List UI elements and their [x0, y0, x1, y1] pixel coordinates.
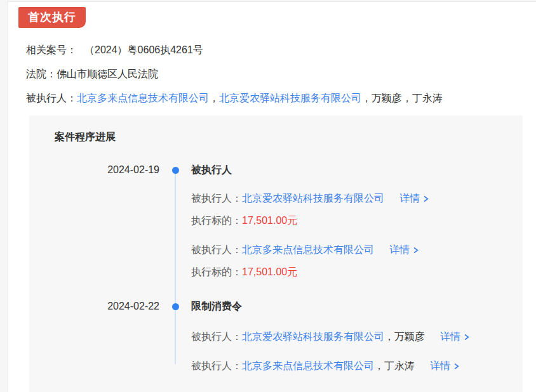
case-number-label: 相关案号： [26, 44, 77, 55]
chevron-right-icon [412, 246, 420, 254]
detail-link[interactable]: 详情 [430, 359, 460, 373]
executee-company-link[interactable]: 北京多来点信息技术有限公司 [77, 93, 209, 103]
event-entry: 被执行人：北京爱农驿站科技服务有限公司详情 执行标的：17,501.00元 [191, 192, 523, 228]
chevron-right-icon [462, 333, 471, 341]
event-entry: 被执行人：北京爱农驿站科技服务有限公司，万颖彦详情 [191, 330, 523, 344]
first-execution-badge: 首次执行 [18, 7, 86, 28]
executee-label: 被执行人： [191, 360, 242, 371]
separator: ， [209, 93, 219, 103]
executee-label: 被执行人： [191, 193, 242, 204]
detail-link[interactable]: 详情 [440, 330, 471, 344]
separator: ， [402, 93, 412, 103]
chevron-right-icon [422, 195, 430, 203]
separator: ， [374, 360, 384, 371]
timeline-connector-line [175, 174, 176, 364]
separator: ， [361, 93, 372, 103]
target-amount: 17,501.00元 [242, 266, 297, 277]
executee-label: 被执行人： [191, 244, 242, 255]
court-value: 佛山市顺德区人民法院 [57, 69, 158, 79]
event-title: 被执行人 [191, 163, 523, 177]
executee-detail-row: 被执行人：北京爱农驿站科技服务有限公司，万颖彦详情 [191, 330, 523, 344]
event-date: 2024-02-19 [29, 163, 159, 294]
target-label: 执行标的： [191, 215, 242, 226]
case-number-row: 相关案号：（2024）粤0606执4261号 [26, 43, 536, 57]
event-entry: 被执行人：北京多来点信息技术有限公司详情 执行标的：17,501.00元 [191, 243, 523, 279]
timeline-dot-icon [172, 303, 179, 310]
case-number-value: （2024）粤0606执4261号 [84, 44, 203, 55]
target-label: 执行标的： [191, 266, 242, 277]
executee-company-link[interactable]: 北京爱农驿站科技服务有限公司 [242, 331, 384, 342]
timeline-dot-icon [172, 167, 179, 174]
detail-link[interactable]: 详情 [389, 243, 420, 257]
executee-person: 丁永涛 [412, 93, 443, 103]
executee-company-link[interactable]: 北京多来点信息技术有限公司 [242, 244, 374, 255]
executee-person: 丁永涛 [384, 360, 415, 371]
case-progress-panel: 案件程序进展 2024-02-19 被执行人 被执行人：北京爱农驿站科技服务有限… [29, 115, 523, 392]
executee-label: 被执行人： [191, 331, 242, 342]
executee-row: 被执行人：北京多来点信息技术有限公司，北京爱农驿站科技服务有限公司，万颖彦，丁永… [26, 91, 536, 105]
court-label: 法院： [26, 69, 57, 79]
event-date: 2024-02-22 [29, 299, 159, 388]
execution-target-row: 执行标的：17,501.00元 [191, 265, 523, 279]
event-title: 限制消费令 [191, 299, 523, 313]
executee-detail-row: 被执行人：北京多来点信息技术有限公司详情 [191, 243, 523, 257]
chevron-right-icon [452, 362, 460, 370]
event-entry: 被执行人：北京多来点信息技术有限公司，丁永涛详情 [191, 359, 523, 373]
case-info-section: 相关案号：（2024）粤0606执4261号 法院：佛山市顺德区人民法院 被执行… [26, 43, 536, 105]
timeline-event: 2024-02-22 限制消费令 被执行人：北京爱农驿站科技服务有限公司，万颖彦… [29, 299, 523, 388]
court-row: 法院：佛山市顺德区人民法院 [26, 67, 536, 81]
execution-target-row: 执行标的：17,501.00元 [191, 214, 523, 228]
executee-person: 万颖彦 [394, 331, 425, 342]
executee-company-link[interactable]: 北京爱农驿站科技服务有限公司 [242, 193, 384, 204]
executee-label: 被执行人： [26, 93, 77, 103]
executee-detail-row: 被执行人：北京爱农驿站科技服务有限公司详情 [191, 192, 523, 206]
executee-company-link[interactable]: 北京多来点信息技术有限公司 [242, 360, 374, 371]
detail-link[interactable]: 详情 [399, 192, 430, 206]
target-amount: 17,501.00元 [242, 215, 297, 226]
panel-title: 案件程序进展 [55, 130, 523, 144]
timeline-event: 2024-02-19 被执行人 被执行人：北京爱农驿站科技服务有限公司详情 执行… [29, 163, 523, 294]
executee-detail-row: 被执行人：北京多来点信息技术有限公司，丁永涛详情 [191, 359, 523, 373]
executee-person: 万颖彦 [372, 93, 402, 103]
timeline: 2024-02-19 被执行人 被执行人：北京爱农驿站科技服务有限公司详情 执行… [29, 163, 523, 388]
executee-company-link[interactable]: 北京爱农驿站科技服务有限公司 [219, 93, 361, 103]
separator: ， [384, 331, 394, 342]
execution-detail-card: 首次执行 相关案号：（2024）粤0606执4261号 法院：佛山市顺德区人民法… [7, 1, 536, 392]
